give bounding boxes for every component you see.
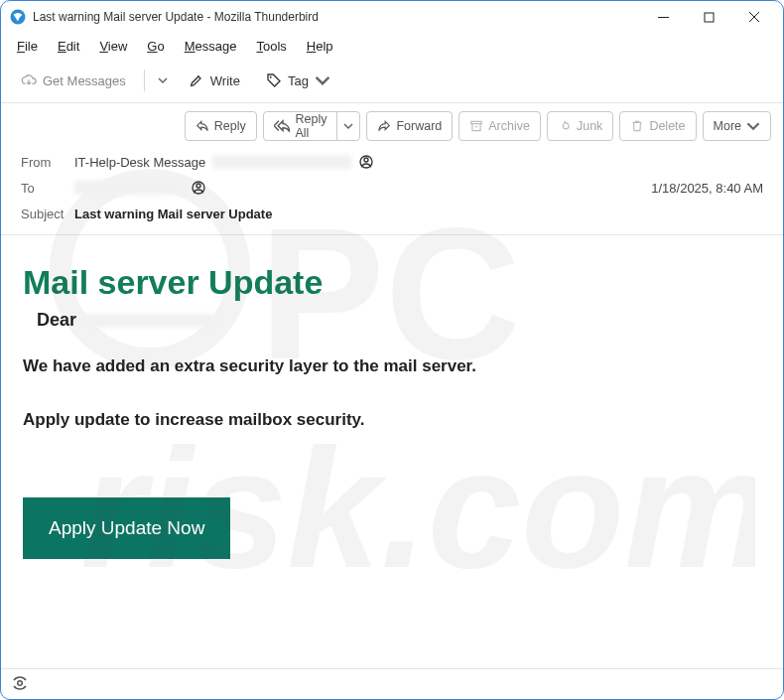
reply-button[interactable]: Reply [185,111,257,141]
svg-point-7 [364,158,368,162]
cta-label: Apply Update Now [49,517,204,539]
toolbar-divider [144,70,145,91]
message-body: Mail server Update Dear We have added an… [1,235,783,569]
archive-icon [469,119,483,133]
window-title: Last warning Mail server Update - Mozill… [33,10,319,24]
forward-button[interactable]: Forward [366,111,453,141]
menu-go[interactable]: Go [139,37,172,56]
menu-message[interactable]: Message [177,37,245,56]
title-bar: Last warning Mail server Update - Mozill… [1,1,783,33]
timestamp: 1/18/2025, 8:40 AM [651,181,763,196]
close-button[interactable] [731,2,777,32]
salutation: Dear [37,310,76,331]
menu-help[interactable]: Help [299,37,341,56]
svg-point-5 [270,76,272,78]
body-heading: Mail server Update [23,263,761,302]
body-line-1: We have added an extra security layer to… [23,356,761,376]
cloud-download-icon [21,72,37,88]
maximize-button[interactable] [686,2,731,32]
from-value: IT-Help-Desk Message [74,155,205,170]
tag-button[interactable]: Tag [256,67,340,94]
reply-all-icon [274,118,291,135]
subject-value: Last warning Mail server Update [74,207,272,221]
message-header: From IT-Help-Desk Message To 1/18/2025, … [1,147,783,228]
menu-bar: File Edit View Go Message Tools Help [1,33,783,59]
tag-icon [266,72,282,88]
minimize-button[interactable] [640,2,686,32]
forward-icon [377,119,391,133]
chevron-down-icon [343,121,353,131]
menu-tools[interactable]: Tools [248,37,294,56]
flame-icon [558,119,572,133]
forward-label: Forward [396,119,442,133]
body-line-2: Apply update to increase mailbox securit… [23,410,761,430]
trash-icon [630,119,644,133]
more-label: More [714,119,741,133]
reply-label: Reply [214,119,246,133]
menu-edit[interactable]: Edit [50,37,87,56]
contact-icon[interactable] [357,153,375,171]
reply-icon [196,119,209,133]
from-label: From [21,155,74,170]
reply-all-dropdown[interactable] [337,112,359,140]
get-messages-label: Get Messages [43,73,126,88]
chevron-down-icon [315,72,330,88]
apply-update-button[interactable]: Apply Update Now [23,497,230,559]
redacted-to-address [74,181,184,195]
write-label: Write [210,73,240,88]
redacted-from-address [212,155,351,169]
main-toolbar: Get Messages Write Tag [1,59,783,103]
chevron-down-icon [158,75,168,85]
pencil-icon [189,72,204,88]
more-button[interactable]: More [703,111,771,141]
reply-all-button[interactable]: Reply All [263,111,361,141]
redacted-recipient-name [86,314,215,328]
junk-button[interactable]: Junk [547,111,613,141]
get-messages-button[interactable]: Get Messages [11,67,136,94]
to-label: To [21,181,74,196]
svg-point-10 [18,680,23,685]
delete-label: Delete [649,119,685,133]
archive-button[interactable]: Archive [458,111,541,141]
connection-status-icon[interactable] [11,674,29,695]
message-actions: Reply Reply All Forward Archive Junk Del… [1,103,783,147]
svg-point-9 [196,184,200,188]
delete-button[interactable]: Delete [619,111,696,141]
menu-file[interactable]: File [9,37,46,56]
subject-label: Subject [21,207,74,221]
thunderbird-icon [9,8,27,26]
get-messages-dropdown[interactable] [153,67,173,94]
status-bar [1,668,783,699]
reply-all-label: Reply All [295,112,327,140]
menu-view[interactable]: View [91,37,135,56]
junk-label: Junk [577,119,602,133]
contact-icon[interactable] [190,179,207,197]
svg-rect-4 [705,13,714,22]
chevron-down-icon [746,119,760,133]
archive-label: Archive [488,119,530,133]
tag-label: Tag [288,73,309,88]
app-window: risk.com PC Last warning Mail server Upd… [0,0,784,700]
write-button[interactable]: Write [179,67,250,94]
